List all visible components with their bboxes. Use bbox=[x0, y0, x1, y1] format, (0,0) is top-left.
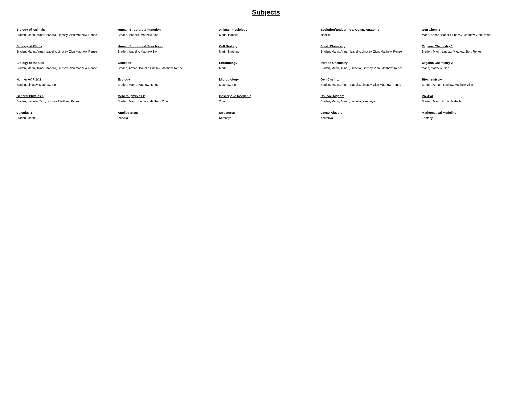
subject-cell: Pre-CalBraden, Marin, Armari Isabella, bbox=[418, 91, 519, 108]
subject-cell: College AlgebraBraden, Marin, Armari, Is… bbox=[317, 91, 418, 108]
subject-people: Marin, Matthew bbox=[219, 50, 313, 54]
subject-people: Marin, Isabella bbox=[219, 33, 313, 37]
subjects-grid: Biology of AnimalsBraden, Marin, Armari … bbox=[13, 25, 519, 124]
subject-name: Human A&P 1&2 bbox=[16, 77, 110, 82]
subject-cell: Biology of PlantsBraden, Marin, Armari I… bbox=[13, 41, 114, 58]
subject-name: Calculus 1 bbox=[16, 111, 110, 115]
subject-name: College Algebra bbox=[321, 94, 414, 98]
subject-name: Ecology bbox=[118, 77, 211, 82]
subject-people: Braden, Armari, Isabella Lindsay, Matthe… bbox=[118, 66, 211, 70]
subject-cell: Mathematical ModelingKentony bbox=[418, 108, 519, 124]
subject-cell: Organic Chemistry 1Braden, Marin, Lindsa… bbox=[418, 41, 519, 58]
subject-cell: Organic Chemistry 2Marin, Matthew, Zion bbox=[418, 58, 519, 75]
subject-name: Biology of the Cell bbox=[16, 61, 110, 65]
subject-name: Human Structure & Function I bbox=[118, 28, 211, 32]
subject-people: Braden, Isabella, Matthew Zion bbox=[118, 50, 211, 54]
subject-cell: Human Structure & Function IBraden, Isab… bbox=[114, 25, 215, 41]
subject-cell: Linear AlgebraKentonya bbox=[317, 108, 418, 124]
subject-cell: MicrobiologyMatthew, Zion bbox=[215, 75, 317, 91]
subject-cell: Fund. ChemistryBraden, Marin, Armari Isa… bbox=[317, 41, 418, 58]
subject-cell: Applied StatsIsabella bbox=[114, 108, 215, 124]
subject-people: Braden, Lindsay, Matthew, Zion bbox=[16, 83, 110, 87]
subject-cell: Cell BiologyMarin, Matthew bbox=[215, 41, 317, 58]
subject-cell: EntomologyMarin bbox=[215, 58, 317, 75]
subject-cell: Gen Chem 1Braden, Marin, Armari Isabella… bbox=[317, 75, 418, 91]
subject-name: Animal Physiology bbox=[219, 28, 313, 32]
subject-people: Braden, Armari, Lindsay, Matthew, Zion bbox=[422, 83, 516, 87]
subject-cell: General physics 2Braden, Marin, Lindsay,… bbox=[114, 91, 215, 108]
subject-name: Descriptive Inorganic bbox=[219, 94, 313, 98]
subject-people: Braden, Isabella, Matthew Zion bbox=[118, 33, 211, 37]
subject-name: Evolution/Endocrine & Comp. Anatomy bbox=[321, 28, 414, 32]
subject-name: Organic Chemistry 2 bbox=[422, 61, 516, 65]
subject-cell: StructuresKentonya bbox=[215, 108, 317, 124]
subject-cell: Human Structure & Function IIBraden, Isa… bbox=[114, 41, 215, 58]
subject-people: Marin bbox=[219, 66, 313, 70]
subject-cell: Biology of AnimalsBraden, Marin, Armari … bbox=[13, 25, 114, 41]
subject-name: Pre-Cal bbox=[422, 94, 516, 98]
subject-cell: Animal PhysiologyMarin, Isabella bbox=[215, 25, 317, 41]
subject-people: Isabella bbox=[118, 116, 211, 120]
subject-cell: Intro to ChemistryBraden, Marin, Armari,… bbox=[317, 58, 418, 75]
subject-people: Braden, Marin, Armari, Isabella, Lindsay… bbox=[321, 66, 414, 70]
subject-people: Matthew, Zion bbox=[219, 83, 313, 87]
subject-people: Braden, Marin, Lindsay Matthew, Zion, Re… bbox=[422, 50, 516, 54]
subject-name: Structures bbox=[219, 111, 313, 115]
subject-name: Cell Biology bbox=[219, 44, 313, 48]
subject-cell: Gen Chem 2Marin, Armari, Isabella Lindsa… bbox=[418, 25, 519, 41]
subject-cell: EcologyBraden, Marin, Matthew Renee bbox=[114, 75, 215, 91]
subject-people: Kentonya bbox=[321, 116, 414, 120]
subject-cell: BiochemistryBraden, Armari, Lindsay, Mat… bbox=[418, 75, 519, 91]
subject-name: General Physics 1 bbox=[16, 94, 110, 98]
subject-name: Genetics bbox=[118, 61, 211, 65]
subject-name: Mathematical Modeling bbox=[422, 111, 516, 115]
subject-people: Zion bbox=[219, 99, 313, 104]
subject-name: Linear Algebra bbox=[321, 111, 414, 115]
page-title: Subjects bbox=[13, 9, 519, 16]
subject-cell: General Physics 1Braden, Isabella, Zion,… bbox=[13, 91, 114, 108]
subject-people: Braden, Isabella, Zion, Lindsay, Matthew… bbox=[16, 99, 110, 104]
subject-people: Braden, Marin bbox=[16, 116, 110, 120]
subject-cell: Human A&P 1&2Braden, Lindsay, Matthew, Z… bbox=[13, 75, 114, 91]
subject-name: Intro to Chemistry bbox=[321, 61, 414, 65]
subject-name: Microbiology bbox=[219, 77, 313, 82]
subject-people: Braden, Marin, Armari, Isabella, Kentony… bbox=[321, 99, 414, 104]
subject-people: Marin, Matthew, Zion bbox=[422, 66, 516, 70]
subject-cell: Descriptive InorganicZion bbox=[215, 91, 317, 108]
subject-name: Fund. Chemistry bbox=[321, 44, 414, 48]
subject-name: Biology of Animals bbox=[16, 28, 110, 32]
subject-name: Applied Stats bbox=[118, 111, 211, 115]
subject-name: Gen Chem 1 bbox=[321, 77, 414, 82]
subject-people: Braden, Marin, Armari Isabella, Lindsay,… bbox=[321, 83, 414, 87]
subject-people: Braden, Marin, Armari Isabella, Lindsay,… bbox=[16, 50, 110, 54]
subject-people: Kentony bbox=[422, 116, 516, 120]
subject-people: Braden, Marin, Armari Isabella, Lindsay,… bbox=[16, 33, 110, 37]
subject-name: Biology of Plants bbox=[16, 44, 110, 48]
subject-cell: Calculus 1Braden, Marin bbox=[13, 108, 114, 124]
subject-cell: GeneticsBraden, Armari, Isabella Lindsay… bbox=[114, 58, 215, 75]
subject-people: Isabella bbox=[321, 33, 414, 37]
subject-cell: Evolution/Endocrine & Comp. AnatomyIsabe… bbox=[317, 25, 418, 41]
subject-name: Organic Chemistry 1 bbox=[422, 44, 516, 48]
subject-name: General physics 2 bbox=[118, 94, 211, 98]
subject-people: Braden, Marin, Armari Isabella, bbox=[422, 99, 516, 104]
subject-people: Braden, Marin, Matthew Renee bbox=[118, 83, 211, 87]
subject-name: Gen Chem 2 bbox=[422, 28, 516, 32]
subject-people: Marin, Armari, Isabella Lindsay, Matthew… bbox=[422, 33, 516, 37]
subject-people: Kentonya bbox=[219, 116, 313, 120]
subject-people: Braden, Marin, Lindsay, Matthew, Zion bbox=[118, 99, 211, 104]
subject-name: Human Structure & Function II bbox=[118, 44, 211, 48]
subject-name: Biochemistry bbox=[422, 77, 516, 82]
subject-cell: Biology of the CellBraden, Marin, Armari… bbox=[13, 58, 114, 75]
subject-people: Braden, Marin, Armari Isabella, Lindsay,… bbox=[321, 50, 414, 54]
subject-name: Entomology bbox=[219, 61, 313, 65]
subject-people: Braden, Marin, Armari Isabella, Lindsay,… bbox=[16, 66, 110, 70]
